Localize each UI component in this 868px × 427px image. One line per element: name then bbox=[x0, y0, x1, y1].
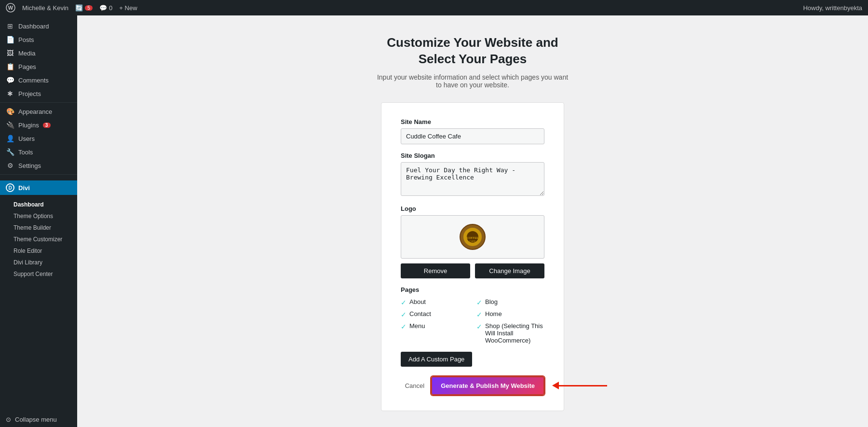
media-icon: 🖼 bbox=[6, 49, 14, 57]
submenu-item-theme-builder[interactable]: Theme Builder bbox=[0, 222, 77, 234]
dashboard-icon: ⊞ bbox=[6, 22, 14, 30]
pages-section-label: Pages bbox=[401, 286, 544, 293]
page-check-blog[interactable]: ✓ Blog bbox=[476, 298, 544, 306]
logo-preview: COFFEE CAFE bbox=[401, 215, 544, 259]
submenu-item-role-editor[interactable]: Role Editor bbox=[0, 245, 77, 257]
submenu-item-divi-library[interactable]: Divi Library bbox=[0, 257, 77, 268]
sidebar-divider-1 bbox=[0, 102, 77, 103]
page-subtitle: Input your website information and selec… bbox=[376, 73, 569, 89]
admin-bar: W Michelle & Kevin 🔄 5 💬 0 + New Howdy, … bbox=[0, 0, 868, 15]
submenu-item-theme-customizer[interactable]: Theme Customizer bbox=[0, 234, 77, 245]
pages-icon: 📋 bbox=[6, 63, 14, 70]
projects-icon: ✱ bbox=[6, 90, 14, 97]
check-about-icon: ✓ bbox=[401, 299, 407, 306]
arrow-line bbox=[559, 385, 607, 386]
plugins-icon: 🔌 bbox=[6, 121, 14, 129]
generate-publish-button[interactable]: Generate & Publish My Website bbox=[431, 376, 544, 395]
collapse-icon: ⊙ bbox=[6, 416, 11, 423]
site-slogan-input[interactable] bbox=[401, 162, 544, 196]
sidebar-divider-2 bbox=[0, 174, 77, 175]
comments-button[interactable]: 💬 0 bbox=[99, 4, 112, 12]
submenu-item-dashboard[interactable]: Dashboard bbox=[0, 199, 77, 210]
posts-icon: 📄 bbox=[6, 36, 14, 43]
howdy-text: Howdy, writtenbyekta bbox=[803, 4, 862, 12]
page-check-home[interactable]: ✓ Home bbox=[476, 310, 544, 318]
card-footer: Cancel Generate & Publish My Website bbox=[401, 376, 544, 395]
site-name-input[interactable] bbox=[401, 128, 544, 144]
site-name-label: Site Name bbox=[401, 118, 544, 125]
svg-text:COFFEE: COFFEE bbox=[467, 236, 478, 239]
pages-grid: ✓ About ✓ Blog ✓ Contact ✓ Home ✓ Menu bbox=[401, 298, 544, 344]
page-title: Customize Your Website and Select Your P… bbox=[387, 35, 558, 68]
check-contact-icon: ✓ bbox=[401, 311, 407, 318]
new-content-button[interactable]: + New bbox=[119, 4, 137, 12]
appearance-icon: 🎨 bbox=[6, 108, 14, 115]
sidebar: ⊞ Dashboard 📄 Posts 🖼 Media 📋 Pages 💬 Co… bbox=[0, 15, 77, 427]
divi-header[interactable]: D Divi bbox=[0, 180, 77, 195]
check-blog-icon: ✓ bbox=[476, 299, 482, 306]
sidebar-item-pages[interactable]: 📋 Pages bbox=[0, 60, 77, 73]
page-check-contact[interactable]: ✓ Contact bbox=[401, 310, 469, 318]
check-home-icon: ✓ bbox=[476, 311, 482, 318]
divi-circle-icon: D bbox=[6, 183, 14, 192]
sidebar-item-tools[interactable]: 🔧 Tools bbox=[0, 145, 77, 159]
updates-button[interactable]: 🔄 5 bbox=[75, 4, 93, 12]
svg-text:CAFE: CAFE bbox=[469, 240, 476, 243]
sidebar-item-projects[interactable]: ✱ Projects bbox=[0, 87, 77, 100]
page-check-about[interactable]: ✓ About bbox=[401, 298, 469, 306]
submenu-item-theme-options[interactable]: Theme Options bbox=[0, 210, 77, 222]
cancel-button[interactable]: Cancel bbox=[405, 382, 424, 389]
sidebar-item-settings[interactable]: ⚙ Settings bbox=[0, 159, 77, 172]
svg-text:W: W bbox=[8, 5, 14, 11]
check-shop-icon: ✓ bbox=[476, 323, 482, 331]
page-check-menu[interactable]: ✓ Menu bbox=[401, 322, 469, 344]
site-name-bar[interactable]: Michelle & Kevin bbox=[22, 4, 68, 12]
check-menu-icon: ✓ bbox=[401, 323, 407, 331]
sidebar-item-media[interactable]: 🖼 Media bbox=[0, 46, 77, 60]
logo-buttons: Remove Change Image bbox=[401, 263, 544, 278]
change-image-button[interactable]: Change Image bbox=[475, 263, 544, 278]
site-slogan-label: Site Slogan bbox=[401, 152, 544, 159]
wp-logo-button[interactable]: W bbox=[6, 3, 15, 13]
page-check-shop[interactable]: ✓ Shop (Selecting This Will Install WooC… bbox=[476, 322, 544, 344]
setup-card: Site Name Site Slogan Logo COFFEE CAFE R… bbox=[381, 102, 564, 411]
settings-icon: ⚙ bbox=[6, 162, 14, 169]
coffee-logo-icon: COFFEE CAFE bbox=[460, 224, 486, 250]
main-content: Customize Your Website and Select Your P… bbox=[77, 15, 868, 427]
add-custom-page-button[interactable]: Add A Custom Page bbox=[401, 352, 472, 367]
sidebar-item-posts[interactable]: 📄 Posts bbox=[0, 33, 77, 46]
sidebar-item-dashboard[interactable]: ⊞ Dashboard bbox=[0, 19, 77, 33]
submenu-item-support-center[interactable]: Support Center bbox=[0, 268, 77, 280]
sidebar-item-plugins[interactable]: 🔌 Plugins 3 bbox=[0, 118, 77, 132]
sidebar-item-users[interactable]: 👤 Users bbox=[0, 132, 77, 145]
generate-button-container: Generate & Publish My Website bbox=[431, 376, 544, 395]
annotation-arrow bbox=[552, 382, 607, 389]
sidebar-item-appearance[interactable]: 🎨 Appearance bbox=[0, 105, 77, 118]
sidebar-item-comments[interactable]: 💬 Comments bbox=[0, 73, 77, 87]
arrow-head-icon bbox=[552, 382, 559, 389]
divi-submenu: Dashboard Theme Options Theme Builder Th… bbox=[0, 195, 77, 284]
logo-label: Logo bbox=[401, 205, 544, 212]
remove-button[interactable]: Remove bbox=[401, 263, 470, 278]
users-icon: 👤 bbox=[6, 135, 14, 142]
comments-icon: 💬 bbox=[6, 76, 14, 84]
tools-icon: 🔧 bbox=[6, 148, 14, 156]
collapse-menu-button[interactable]: ⊙ Collapse menu bbox=[0, 412, 77, 427]
